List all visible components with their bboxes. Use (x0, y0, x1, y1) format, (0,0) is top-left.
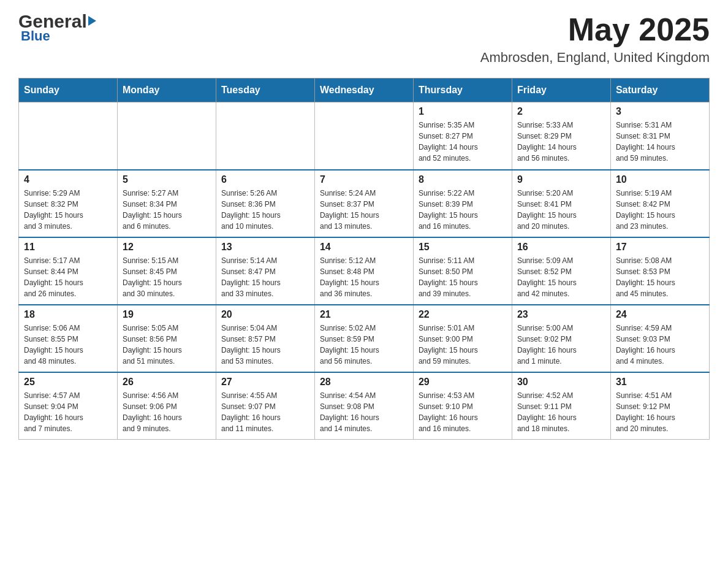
calendar-cell: 8Sunrise: 5:22 AMSunset: 8:39 PMDaylight… (413, 170, 512, 237)
day-number: 1 (419, 106, 507, 117)
calendar-cell: 24Sunrise: 4:59 AMSunset: 9:03 PMDayligh… (610, 305, 709, 372)
day-number: 23 (517, 309, 605, 320)
calendar-week-row: 25Sunrise: 4:57 AMSunset: 9:04 PMDayligh… (19, 372, 710, 440)
day-info: Sunrise: 4:57 AMSunset: 9:04 PMDaylight:… (24, 390, 112, 434)
day-info: Sunrise: 5:05 AMSunset: 8:56 PMDaylight:… (123, 323, 211, 367)
day-number: 7 (320, 174, 408, 185)
day-number: 20 (221, 309, 309, 320)
main-title: May 2025 (480, 12, 710, 47)
day-info: Sunrise: 5:11 AMSunset: 8:50 PMDaylight:… (419, 255, 507, 299)
calendar-cell: 16Sunrise: 5:09 AMSunset: 8:52 PMDayligh… (512, 237, 610, 305)
calendar-cell: 31Sunrise: 4:51 AMSunset: 9:12 PMDayligh… (610, 372, 709, 440)
calendar-week-row: 11Sunrise: 5:17 AMSunset: 8:44 PMDayligh… (19, 237, 710, 305)
calendar-cell: 14Sunrise: 5:12 AMSunset: 8:48 PMDayligh… (314, 237, 413, 305)
calendar-header-sunday: Sunday (19, 79, 118, 102)
day-info: Sunrise: 5:29 AMSunset: 8:32 PMDaylight:… (24, 188, 112, 232)
calendar-week-row: 4Sunrise: 5:29 AMSunset: 8:32 PMDaylight… (19, 170, 710, 237)
calendar-cell: 7Sunrise: 5:24 AMSunset: 8:37 PMDaylight… (314, 170, 413, 237)
calendar-cell: 20Sunrise: 5:04 AMSunset: 8:57 PMDayligh… (216, 305, 314, 372)
day-info: Sunrise: 4:55 AMSunset: 9:07 PMDaylight:… (221, 390, 309, 434)
day-number: 18 (24, 309, 112, 320)
day-number: 21 (320, 309, 408, 320)
calendar-header-monday: Monday (117, 79, 216, 102)
day-number: 10 (616, 174, 704, 185)
day-number: 30 (517, 377, 605, 388)
day-info: Sunrise: 5:06 AMSunset: 8:55 PMDaylight:… (24, 323, 112, 367)
day-number: 28 (320, 377, 408, 388)
calendar-header-saturday: Saturday (610, 79, 709, 102)
calendar-cell (117, 102, 216, 170)
day-number: 2 (517, 106, 605, 117)
calendar-cell: 17Sunrise: 5:08 AMSunset: 8:53 PMDayligh… (610, 237, 709, 305)
day-number: 25 (24, 377, 112, 388)
calendar-cell: 10Sunrise: 5:19 AMSunset: 8:42 PMDayligh… (610, 170, 709, 237)
day-info: Sunrise: 4:53 AMSunset: 9:10 PMDaylight:… (419, 390, 507, 434)
day-info: Sunrise: 5:26 AMSunset: 8:36 PMDaylight:… (221, 188, 309, 232)
calendar-cell (216, 102, 314, 170)
logo-blue-text: Blue (21, 28, 50, 44)
calendar-table: SundayMondayTuesdayWednesdayThursdayFrid… (18, 78, 710, 440)
day-info: Sunrise: 5:00 AMSunset: 9:02 PMDaylight:… (517, 323, 605, 367)
calendar-week-row: 1Sunrise: 5:35 AMSunset: 8:27 PMDaylight… (19, 102, 710, 170)
logo-arrow-icon (88, 16, 96, 26)
day-number: 31 (616, 377, 704, 388)
day-number: 6 (221, 174, 309, 185)
calendar-cell: 15Sunrise: 5:11 AMSunset: 8:50 PMDayligh… (413, 237, 512, 305)
calendar-cell: 25Sunrise: 4:57 AMSunset: 9:04 PMDayligh… (19, 372, 118, 440)
day-info: Sunrise: 5:04 AMSunset: 8:57 PMDaylight:… (221, 323, 309, 367)
calendar-cell: 27Sunrise: 4:55 AMSunset: 9:07 PMDayligh… (216, 372, 314, 440)
day-number: 16 (517, 242, 605, 253)
day-number: 15 (419, 242, 507, 253)
day-info: Sunrise: 5:33 AMSunset: 8:29 PMDaylight:… (517, 120, 605, 164)
day-info: Sunrise: 5:17 AMSunset: 8:44 PMDaylight:… (24, 255, 112, 299)
day-info: Sunrise: 5:01 AMSunset: 9:00 PMDaylight:… (419, 323, 507, 367)
day-info: Sunrise: 5:35 AMSunset: 8:27 PMDaylight:… (419, 120, 507, 164)
day-number: 26 (123, 377, 211, 388)
title-block: May 2025 Ambrosden, England, United King… (480, 12, 710, 66)
calendar-header-wednesday: Wednesday (314, 79, 413, 102)
day-number: 29 (419, 377, 507, 388)
day-info: Sunrise: 5:12 AMSunset: 8:48 PMDaylight:… (320, 255, 408, 299)
calendar-cell: 6Sunrise: 5:26 AMSunset: 8:36 PMDaylight… (216, 170, 314, 237)
calendar-cell: 12Sunrise: 5:15 AMSunset: 8:45 PMDayligh… (117, 237, 216, 305)
day-number: 14 (320, 242, 408, 253)
day-number: 22 (419, 309, 507, 320)
day-info: Sunrise: 5:08 AMSunset: 8:53 PMDaylight:… (616, 255, 704, 299)
day-info: Sunrise: 5:15 AMSunset: 8:45 PMDaylight:… (123, 255, 211, 299)
calendar-cell: 9Sunrise: 5:20 AMSunset: 8:41 PMDaylight… (512, 170, 610, 237)
day-number: 5 (123, 174, 211, 185)
day-info: Sunrise: 4:51 AMSunset: 9:12 PMDaylight:… (616, 390, 704, 434)
calendar-header-tuesday: Tuesday (216, 79, 314, 102)
day-info: Sunrise: 5:24 AMSunset: 8:37 PMDaylight:… (320, 188, 408, 232)
day-number: 13 (221, 242, 309, 253)
calendar-cell: 18Sunrise: 5:06 AMSunset: 8:55 PMDayligh… (19, 305, 118, 372)
calendar-cell: 29Sunrise: 4:53 AMSunset: 9:10 PMDayligh… (413, 372, 512, 440)
day-number: 19 (123, 309, 211, 320)
calendar-cell: 19Sunrise: 5:05 AMSunset: 8:56 PMDayligh… (117, 305, 216, 372)
calendar-header-thursday: Thursday (413, 79, 512, 102)
day-info: Sunrise: 5:20 AMSunset: 8:41 PMDaylight:… (517, 188, 605, 232)
calendar-cell: 2Sunrise: 5:33 AMSunset: 8:29 PMDaylight… (512, 102, 610, 170)
calendar-cell: 1Sunrise: 5:35 AMSunset: 8:27 PMDaylight… (413, 102, 512, 170)
day-info: Sunrise: 4:59 AMSunset: 9:03 PMDaylight:… (616, 323, 704, 367)
day-info: Sunrise: 4:52 AMSunset: 9:11 PMDaylight:… (517, 390, 605, 434)
calendar-cell: 13Sunrise: 5:14 AMSunset: 8:47 PMDayligh… (216, 237, 314, 305)
day-number: 3 (616, 106, 704, 117)
day-info: Sunrise: 5:27 AMSunset: 8:34 PMDaylight:… (123, 188, 211, 232)
calendar-week-row: 18Sunrise: 5:06 AMSunset: 8:55 PMDayligh… (19, 305, 710, 372)
day-info: Sunrise: 5:09 AMSunset: 8:52 PMDaylight:… (517, 255, 605, 299)
calendar-cell: 11Sunrise: 5:17 AMSunset: 8:44 PMDayligh… (19, 237, 118, 305)
day-number: 17 (616, 242, 704, 253)
calendar-cell (19, 102, 118, 170)
day-number: 27 (221, 377, 309, 388)
day-info: Sunrise: 4:56 AMSunset: 9:06 PMDaylight:… (123, 390, 211, 434)
day-info: Sunrise: 5:31 AMSunset: 8:31 PMDaylight:… (616, 120, 704, 164)
subtitle: Ambrosden, England, United Kingdom (480, 50, 710, 66)
calendar-cell: 23Sunrise: 5:00 AMSunset: 9:02 PMDayligh… (512, 305, 610, 372)
calendar-cell: 4Sunrise: 5:29 AMSunset: 8:32 PMDaylight… (19, 170, 118, 237)
calendar-cell (314, 102, 413, 170)
day-info: Sunrise: 5:02 AMSunset: 8:59 PMDaylight:… (320, 323, 408, 367)
page-header: General Blue May 2025 Ambrosden, England… (18, 12, 710, 66)
day-info: Sunrise: 5:22 AMSunset: 8:39 PMDaylight:… (419, 188, 507, 232)
calendar-header-row: SundayMondayTuesdayWednesdayThursdayFrid… (19, 79, 710, 102)
